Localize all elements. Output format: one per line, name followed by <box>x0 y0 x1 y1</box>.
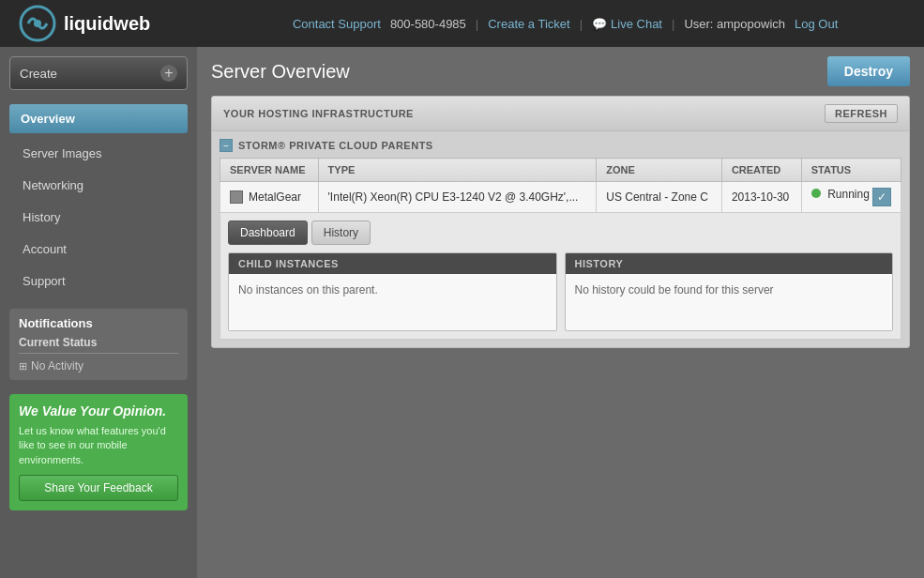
svg-point-1 <box>34 20 41 27</box>
tab-buttons: Dashboard History <box>228 221 893 245</box>
sidebar-item-server-images[interactable]: Server Images <box>9 140 188 167</box>
sidebar-item-networking[interactable]: Networking <box>9 172 188 199</box>
live-chat-link[interactable]: Live Chat <box>611 17 662 31</box>
server-table: SERVER NAME TYPE ZONE CREATED STATUS <box>220 158 901 340</box>
col-type: TYPE <box>318 159 597 182</box>
storm-header: − STORM® PRIVATE CLOUD PARENTS <box>220 139 901 152</box>
server-detail-row: Dashboard History CHILD INSTANCES No ins… <box>220 213 901 340</box>
server-status-cell: Running ✓ <box>801 182 901 213</box>
sidebar-item-support[interactable]: Support <box>9 267 188 295</box>
history-panel-header: HISTORY <box>566 253 893 274</box>
contact-support-link[interactable]: Contact Support <box>293 17 381 31</box>
history-panel: HISTORY No history could be found for th… <box>565 252 894 331</box>
sidebar-item-overview[interactable]: Overview <box>9 104 188 133</box>
server-name-value: MetalGear <box>249 190 301 204</box>
server-detail-cell: Dashboard History CHILD INSTANCES No ins… <box>220 213 901 340</box>
sidebar-item-account[interactable]: Account <box>9 236 188 263</box>
plus-icon: + <box>160 65 177 82</box>
feedback-title: We Value Your Opinion. <box>19 403 178 418</box>
storm-section: − STORM® PRIVATE CLOUD PARENTS SERVER NA… <box>212 131 909 347</box>
logout-link[interactable]: Log Out <box>795 17 838 31</box>
create-label: Create <box>20 67 57 81</box>
chat-bubble-icon: 💬 <box>592 17 607 31</box>
checkmark-icon: ✓ <box>877 190 886 204</box>
logo-icon <box>19 5 56 42</box>
server-type-cell: 'Intel(R) Xeon(R) CPU E3-1240 V2 @ 3.40G… <box>318 182 597 213</box>
status-dot-icon <box>811 189 821 198</box>
sidebar: Create + Overview Server Images Networki… <box>0 47 197 578</box>
infra-title: YOUR HOSTING INFRASTRUCTURE <box>223 108 414 119</box>
storm-title: STORM® PRIVATE CLOUD PARENTS <box>238 140 433 151</box>
tab-history[interactable]: History <box>311 221 371 245</box>
current-status-label: Current Status <box>19 336 178 354</box>
sep2: | <box>580 17 583 31</box>
destroy-button[interactable]: Destroy <box>827 56 910 86</box>
child-instances-panel: CHILD INSTANCES No instances on this par… <box>228 252 557 331</box>
child-instances-header: CHILD INSTANCES <box>229 253 556 274</box>
tab-dashboard[interactable]: Dashboard <box>228 221 308 245</box>
sep1: | <box>476 17 478 31</box>
logo-text: liquidweb <box>64 13 150 35</box>
feedback-box: We Value Your Opinion. Let us know what … <box>9 394 188 510</box>
row-checkbox[interactable]: ✓ <box>872 188 891 206</box>
history-panel-body: No history could be found for this serve… <box>566 274 893 330</box>
plus-square-icon: ⊞ <box>19 360 27 373</box>
detail-panels: CHILD INSTANCES No instances on this par… <box>228 252 893 331</box>
col-created: CREATED <box>721 159 801 182</box>
sidebar-item-history[interactable]: History <box>9 204 188 231</box>
no-activity-label: No Activity <box>31 359 83 373</box>
refresh-button[interactable]: REFRESH <box>825 104 898 123</box>
live-chat-wrap: 💬 Live Chat <box>592 17 662 31</box>
server-created-cell: 2013-10-30 <box>721 182 801 213</box>
header-links: Contact Support 800-580-4985 | Create a … <box>225 17 905 31</box>
col-status: STATUS <box>801 159 901 182</box>
page-header: Server Overview Destroy <box>211 56 910 86</box>
logo-area: liquidweb <box>19 5 150 42</box>
server-status-value: Running <box>827 188 870 201</box>
page-title: Server Overview <box>211 61 350 83</box>
user-label: User: ampopowich <box>684 17 785 31</box>
create-button[interactable]: Create + <box>9 56 188 90</box>
create-ticket-link[interactable]: Create a Ticket <box>488 17 569 31</box>
infra-header: YOUR HOSTING INFRASTRUCTURE REFRESH <box>212 97 909 131</box>
infra-panel: YOUR HOSTING INFRASTRUCTURE REFRESH − ST… <box>211 96 910 348</box>
main-layout: Create + Overview Server Images Networki… <box>0 47 924 578</box>
server-row-icon <box>230 190 243 204</box>
no-activity: ⊞ No Activity <box>19 359 178 373</box>
feedback-text: Let us know what features you'd like to … <box>19 424 178 467</box>
notifications-box: Notifications Current Status ⊞ No Activi… <box>9 309 188 380</box>
table-row: MetalGear 'Intel(R) Xeon(R) CPU E3-1240 … <box>220 182 901 213</box>
server-name-cell: MetalGear <box>220 182 319 213</box>
col-server-name: SERVER NAME <box>220 159 319 182</box>
child-instances-body: No instances on this parent. <box>229 274 556 330</box>
notifications-title: Notifications <box>19 316 178 330</box>
col-zone: ZONE <box>597 159 722 182</box>
content-area: Server Overview Destroy YOUR HOSTING INF… <box>197 47 924 578</box>
phone-number: 800-580-4985 <box>390 17 466 31</box>
server-zone-cell: US Central - Zone C <box>597 182 722 213</box>
storm-toggle[interactable]: − <box>220 139 233 152</box>
sep3: | <box>672 17 674 31</box>
share-feedback-button[interactable]: Share Your Feedback <box>19 475 178 501</box>
header: liquidweb Contact Support 800-580-4985 |… <box>0 0 924 47</box>
